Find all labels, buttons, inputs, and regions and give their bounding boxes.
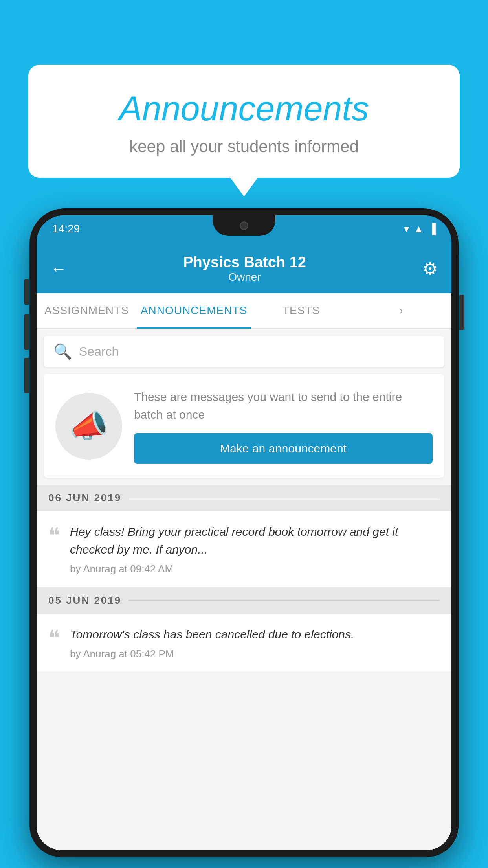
status-bar: 14:29 ▾ ▲ ▐ bbox=[37, 215, 451, 242]
announcement-text-1: Hey class! Bring your practical record b… bbox=[70, 523, 440, 558]
status-time: 14:29 bbox=[52, 223, 80, 235]
phone-notch bbox=[213, 215, 275, 236]
battery-icon: ▐ bbox=[429, 223, 436, 235]
volume-down-button bbox=[24, 358, 29, 393]
speech-bubble-subtitle: keep all your students informed bbox=[48, 137, 440, 156]
search-bar[interactable]: 🔍 Search bbox=[44, 336, 444, 367]
date-separator-2: 05 JUN 2019 bbox=[37, 587, 451, 614]
date-label-2: 05 JUN 2019 bbox=[48, 594, 121, 607]
wifi-icon: ▾ bbox=[404, 223, 409, 235]
app-bar-subtitle: Owner bbox=[183, 271, 306, 283]
app-bar: ← Physics Batch 12 Owner ⚙ bbox=[37, 242, 451, 293]
announcement-item-1[interactable]: ❝ Hey class! Bring your practical record… bbox=[37, 511, 451, 587]
phone-frame: 14:29 ▾ ▲ ▐ ← Physics Batch 12 Owner ⚙ bbox=[29, 208, 459, 857]
speech-bubble-title: Announcements bbox=[48, 88, 440, 129]
volume-up-button bbox=[24, 314, 29, 350]
signal-icon: ▲ bbox=[414, 223, 424, 235]
quote-icon-2: ❝ bbox=[48, 627, 60, 649]
mute-button bbox=[24, 279, 29, 305]
megaphone-icon: 📣 bbox=[69, 408, 108, 445]
back-button[interactable]: ← bbox=[50, 259, 67, 278]
phone-screen: ← Physics Batch 12 Owner ⚙ ASSIGNMENTS A… bbox=[37, 242, 451, 850]
announcement-right: These are messages you want to send to t… bbox=[134, 388, 433, 464]
settings-icon[interactable]: ⚙ bbox=[422, 259, 438, 279]
announcement-description: These are messages you want to send to t… bbox=[134, 388, 433, 423]
speech-bubble-container: Announcements keep all your students inf… bbox=[28, 65, 460, 178]
date-separator-line-2 bbox=[128, 600, 440, 601]
announcement-content-2: Tomorrow's class has been cancelled due … bbox=[70, 625, 440, 660]
announcement-meta-2: by Anurag at 05:42 PM bbox=[70, 648, 440, 660]
announcement-content-1: Hey class! Bring your practical record b… bbox=[70, 523, 440, 575]
date-separator-line-1 bbox=[128, 498, 440, 498]
make-announcement-button[interactable]: Make an announcement bbox=[134, 433, 433, 464]
search-icon: 🔍 bbox=[53, 343, 72, 360]
tab-tests[interactable]: TESTS bbox=[251, 293, 351, 328]
app-bar-title-group: Physics Batch 12 Owner bbox=[183, 254, 306, 283]
quote-icon-1: ❝ bbox=[48, 525, 60, 546]
announcement-meta-1: by Anurag at 09:42 AM bbox=[70, 563, 440, 575]
date-label-1: 06 JUN 2019 bbox=[48, 492, 121, 504]
announcement-item-2[interactable]: ❝ Tomorrow's class has been cancelled du… bbox=[37, 614, 451, 672]
announcement-prompt: 📣 These are messages you want to send to… bbox=[44, 374, 444, 478]
speech-bubble: Announcements keep all your students inf… bbox=[28, 65, 460, 178]
search-placeholder: Search bbox=[79, 344, 119, 359]
front-camera bbox=[240, 221, 248, 230]
app-bar-title: Physics Batch 12 bbox=[183, 254, 306, 271]
tab-assignments[interactable]: ASSIGNMENTS bbox=[37, 293, 137, 328]
phone-container: 14:29 ▾ ▲ ▐ ← Physics Batch 12 Owner ⚙ bbox=[29, 208, 459, 868]
megaphone-circle: 📣 bbox=[55, 393, 122, 460]
announcement-text-2: Tomorrow's class has been cancelled due … bbox=[70, 625, 440, 643]
content-area: 🔍 Search 📣 These are messages you want t… bbox=[37, 329, 451, 850]
tab-bar: ASSIGNMENTS ANNOUNCEMENTS TESTS › bbox=[37, 293, 451, 329]
tab-announcements[interactable]: ANNOUNCEMENTS bbox=[137, 293, 251, 328]
power-button bbox=[459, 295, 464, 330]
date-separator-1: 06 JUN 2019 bbox=[37, 485, 451, 511]
status-icons: ▾ ▲ ▐ bbox=[404, 223, 436, 235]
tab-more[interactable]: › bbox=[351, 293, 451, 328]
